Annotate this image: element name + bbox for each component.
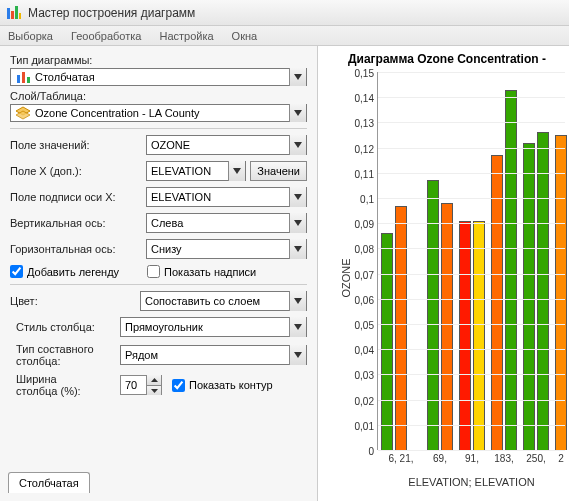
- svg-rect-6: [27, 77, 30, 83]
- legend-label: Добавить легенду: [27, 266, 119, 278]
- chevron-down-icon: [289, 317, 306, 337]
- bar[interactable]: [537, 132, 549, 450]
- y-tick-label: 0,09: [344, 219, 374, 230]
- chevron-down-icon: [289, 68, 306, 86]
- svg-rect-5: [22, 72, 25, 83]
- x-axis-label-value: ELEVATION: [151, 191, 211, 203]
- svg-rect-3: [19, 13, 21, 19]
- multi-bar-combo[interactable]: Рядом: [120, 345, 307, 365]
- y-tick-label: 0,1: [344, 194, 374, 205]
- bar[interactable]: [555, 135, 567, 450]
- window-title: Мастер построения диаграмм: [28, 6, 195, 20]
- spin-down-icon[interactable]: [147, 385, 161, 396]
- gridline: 0,09: [378, 223, 565, 224]
- labels-label: Показать надписи: [164, 266, 256, 278]
- y-tick-label: 0,11: [344, 168, 374, 179]
- gridline: 0,01: [378, 425, 565, 426]
- horizontal-axis-value: Снизу: [151, 243, 182, 255]
- multi-bar-value: Рядом: [125, 349, 158, 361]
- multi-bar-label: Тип составногостолбца:: [10, 343, 120, 367]
- bar[interactable]: [395, 206, 407, 450]
- bar[interactable]: [381, 233, 393, 450]
- gridline: 0,1: [378, 198, 565, 199]
- chevron-down-icon: [289, 345, 306, 365]
- bar[interactable]: [459, 221, 471, 450]
- svg-rect-0: [7, 8, 10, 19]
- titlebar: Мастер построения диаграмм: [0, 0, 569, 26]
- y-tick-label: 0: [344, 446, 374, 457]
- x-field-combo[interactable]: ELEVATION: [146, 161, 246, 181]
- bar-group: 250,: [523, 72, 549, 450]
- x-sort-button[interactable]: Значени: [250, 161, 307, 181]
- svg-rect-4: [17, 75, 20, 83]
- y-tick-label: 0,12: [344, 143, 374, 154]
- y-tick-label: 0,08: [344, 244, 374, 255]
- x-field-value: ELEVATION: [151, 165, 211, 177]
- value-field-combo[interactable]: OZONE: [146, 135, 307, 155]
- bar[interactable]: [523, 143, 535, 450]
- color-combo[interactable]: Сопоставить со слоем: [140, 291, 307, 311]
- separator: [10, 128, 307, 129]
- gridline: 0,07: [378, 274, 565, 275]
- color-value: Сопоставить со слоем: [145, 295, 260, 307]
- menu-item[interactable]: Настройка: [159, 30, 213, 42]
- y-tick-label: 0,05: [344, 320, 374, 331]
- menu-item[interactable]: Окна: [232, 30, 258, 42]
- bar-style-value: Прямоугольник: [125, 321, 203, 333]
- gridline: 0,05: [378, 324, 565, 325]
- chart-preview: Диаграмма Ozone Concentration - OZONE 6,…: [318, 46, 569, 501]
- bar-style-combo[interactable]: Прямоугольник: [120, 317, 307, 337]
- outline-checkbox[interactable]: [172, 379, 185, 392]
- plot-area: 6, 21,69,91,183,250,2 00,010,020,030,040…: [378, 72, 565, 450]
- chart-type-combo[interactable]: Столбчатая: [10, 68, 307, 86]
- chart-type-value: Столбчатая: [35, 71, 95, 83]
- separator: [10, 284, 307, 285]
- y-tick-label: 0,15: [344, 68, 374, 79]
- series-tabs: Столбчатая: [8, 472, 90, 493]
- spin-up-icon[interactable]: [147, 375, 161, 385]
- bar[interactable]: [491, 155, 503, 450]
- chevron-down-icon: [289, 239, 306, 259]
- menubar: Выборка Геообработка Настройка Окна: [0, 26, 569, 46]
- bar-group: 2: [555, 72, 567, 450]
- layer-icon: [15, 105, 31, 121]
- x-field-label: Поле X (доп.):: [10, 165, 146, 177]
- x-tick-label: 250,: [526, 450, 545, 464]
- bar[interactable]: [505, 90, 517, 450]
- layer-value: Ozone Concentration - LA County: [35, 107, 199, 119]
- layer-label: Слой/Таблица:: [10, 90, 307, 102]
- x-tick-label: 69,: [433, 450, 447, 464]
- bar[interactable]: [473, 221, 485, 450]
- x-axis-label: ELEVATION; ELEVATION: [378, 476, 565, 488]
- labels-checkbox[interactable]: [147, 265, 160, 278]
- horizontal-axis-combo[interactable]: Снизу: [146, 239, 307, 259]
- x-axis-label-label: Поле подписи оси X:: [10, 191, 146, 203]
- gridline: 0,15: [378, 72, 565, 73]
- gridline: 0: [378, 450, 565, 451]
- chevron-down-icon: [289, 187, 306, 207]
- color-label: Цвет:: [10, 295, 140, 307]
- layer-combo[interactable]: Ozone Concentration - LA County: [10, 104, 307, 122]
- value-field-value: OZONE: [151, 139, 190, 151]
- legend-checkbox[interactable]: [10, 265, 23, 278]
- outline-label: Показать контур: [189, 379, 273, 391]
- x-tick-label: 183,: [494, 450, 513, 464]
- menu-item[interactable]: Выборка: [8, 30, 53, 42]
- gridline: 0,13: [378, 122, 565, 123]
- bar-width-spinner[interactable]: 70: [120, 375, 162, 395]
- vertical-axis-combo[interactable]: Слева: [146, 213, 307, 233]
- bar-group: 91,: [459, 72, 485, 450]
- bar[interactable]: [427, 180, 439, 450]
- bar[interactable]: [441, 203, 453, 450]
- menu-item[interactable]: Геообработка: [71, 30, 142, 42]
- horizontal-axis-label: Горизонтальная ось:: [10, 243, 146, 255]
- y-tick-label: 0,04: [344, 345, 374, 356]
- bars-container: 6, 21,69,91,183,250,2: [378, 72, 565, 450]
- gridline: 0,04: [378, 349, 565, 350]
- x-tick-label: 6, 21,: [388, 450, 413, 464]
- x-axis-label-combo[interactable]: ELEVATION: [146, 187, 307, 207]
- tab-bar-series[interactable]: Столбчатая: [8, 472, 90, 493]
- gridline: 0,14: [378, 97, 565, 98]
- chart-type-label: Тип диаграммы:: [10, 54, 307, 66]
- chevron-down-icon: [228, 161, 245, 181]
